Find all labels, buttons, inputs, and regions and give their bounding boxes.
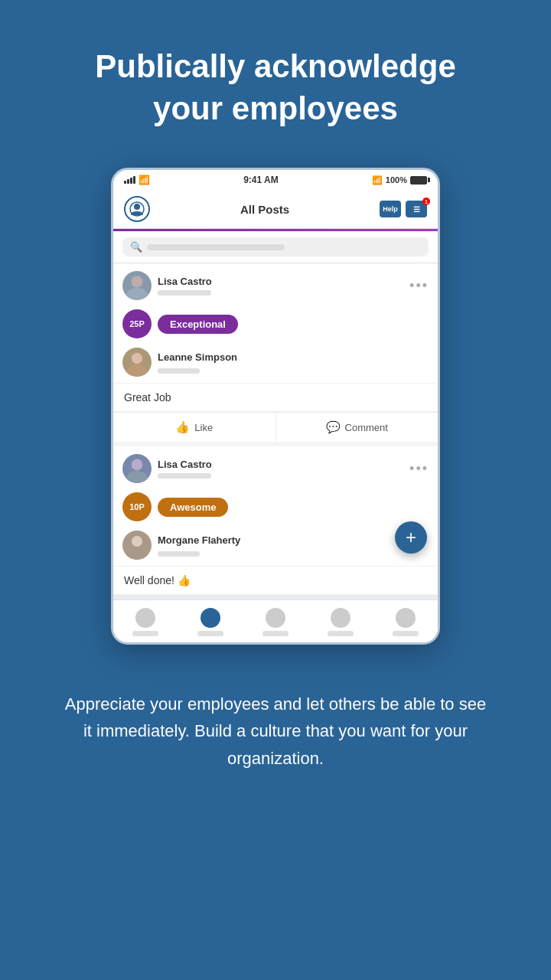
nav-dot-explore	[266, 608, 285, 628]
status-right: 📶 100%	[372, 175, 427, 185]
more-options-button[interactable]: •••	[409, 461, 429, 477]
nav-item-feed[interactable]	[197, 608, 223, 636]
comment-button[interactable]: 💬 Comment	[276, 413, 439, 442]
like-label: Like	[194, 422, 213, 433]
nav-dot-feed	[201, 608, 220, 628]
recipient-row: Leanne Simpson	[113, 343, 438, 384]
nav-dot-notifications	[331, 608, 350, 628]
search-placeholder	[147, 244, 285, 250]
app-header: All Posts Help ☰ 1	[113, 190, 438, 229]
poster-name: Lisa Castro	[158, 276, 212, 287]
post-card: Lisa Castro ••• 10P Awesome	[113, 446, 438, 595]
svg-point-3	[126, 288, 148, 300]
recipient-avatar	[122, 348, 152, 377]
svg-point-4	[132, 276, 142, 287]
phone-mockup: 📶 9:41 AM 📶 100% All Posts Help ☰ 1	[111, 168, 440, 645]
menu-icon: ☰	[413, 205, 420, 214]
bluetooth-icon: 📶	[372, 175, 383, 185]
recipient-row: Morgane Flaherty	[113, 526, 438, 567]
like-button[interactable]: 👍 Like	[113, 413, 276, 442]
svg-point-12	[126, 547, 148, 560]
recipient-name: Morgane Flaherty	[158, 534, 240, 546]
more-options-button[interactable]: •••	[409, 278, 429, 294]
search-bar: 🔍	[113, 231, 438, 263]
wifi-icon: 📶	[139, 175, 150, 185]
svg-point-10	[132, 459, 142, 470]
search-icon: 🔍	[130, 241, 142, 253]
fab-button[interactable]: +	[395, 521, 427, 554]
signal-bars	[124, 176, 135, 184]
notifications-button[interactable]: ☰ 1	[406, 201, 427, 217]
battery-percent: 100%	[386, 175, 407, 185]
status-bar: 📶 9:41 AM 📶 100%	[113, 170, 438, 190]
nav-item-explore[interactable]	[262, 608, 289, 636]
search-inner[interactable]: 🔍	[122, 237, 429, 256]
award-label: Exceptional	[158, 315, 238, 334]
poster-name: Lisa Castro	[158, 459, 212, 470]
svg-point-7	[132, 353, 142, 364]
battery-icon	[410, 176, 427, 185]
post-header: Lisa Castro •••	[113, 263, 438, 305]
points-badge: 25P	[122, 309, 152, 338]
award-row: 10P Awesome	[113, 488, 438, 526]
status-left: 📶	[124, 175, 150, 185]
avatar	[122, 271, 152, 300]
post-message: Well done! 👍	[113, 567, 438, 595]
poster-subtitle	[158, 290, 211, 296]
poster-subtitle	[158, 473, 211, 479]
nav-item-notifications[interactable]	[328, 608, 354, 636]
svg-point-6	[126, 364, 148, 377]
app-logo	[124, 196, 150, 222]
recipient-avatar	[122, 531, 152, 560]
award-label: Awesome	[158, 498, 228, 517]
status-time: 9:41 AM	[243, 175, 279, 185]
recipient-name-block: Leanne Simpson	[158, 351, 237, 374]
comment-label: Comment	[345, 422, 388, 433]
nav-label-notifications	[328, 631, 354, 636]
post-name-block: Lisa Castro	[158, 459, 212, 479]
recipient-name: Leanne Simpson	[158, 351, 237, 363]
nav-item-profile[interactable]	[393, 608, 419, 636]
avatar	[122, 454, 152, 483]
page-subtitle: Appreciate your employees and let others…	[61, 691, 490, 772]
app-header-title: All Posts	[240, 203, 289, 216]
like-icon: 👍	[175, 420, 190, 434]
post-user-info: Lisa Castro	[122, 271, 212, 300]
recipient-subtitle	[158, 551, 200, 557]
comment-icon: 💬	[326, 420, 341, 434]
points-badge: 10P	[122, 492, 152, 521]
nav-label-home	[132, 631, 158, 636]
nav-label-profile	[393, 631, 419, 636]
bottom-nav	[113, 599, 438, 642]
nav-item-home[interactable]	[132, 608, 158, 636]
post-actions: 👍 Like 💬 Comment	[113, 412, 438, 442]
notification-badge: 1	[422, 198, 430, 205]
award-row: 25P Exceptional	[113, 305, 438, 343]
help-button[interactable]: Help	[380, 201, 401, 217]
svg-point-9	[126, 471, 148, 483]
post-user-info: Lisa Castro	[122, 454, 212, 483]
nav-dot-home	[135, 608, 155, 628]
svg-point-0	[134, 204, 140, 210]
svg-point-13	[132, 536, 142, 547]
post-header: Lisa Castro •••	[113, 446, 438, 488]
post-name-block: Lisa Castro	[158, 276, 212, 296]
post-card: Lisa Castro ••• 25P Exceptional	[113, 263, 438, 442]
page-headline: Publically acknowledge your employees	[61, 46, 490, 129]
post-message: Great Job	[113, 384, 438, 412]
recipient-name-block: Morgane Flaherty	[158, 534, 240, 557]
app-header-icons: Help ☰ 1	[380, 201, 427, 217]
feed: Lisa Castro ••• 25P Exceptional	[113, 263, 438, 595]
nav-dot-profile	[396, 608, 416, 628]
recipient-subtitle	[158, 368, 200, 374]
nav-label-feed	[197, 631, 223, 636]
nav-label-explore	[262, 631, 289, 636]
